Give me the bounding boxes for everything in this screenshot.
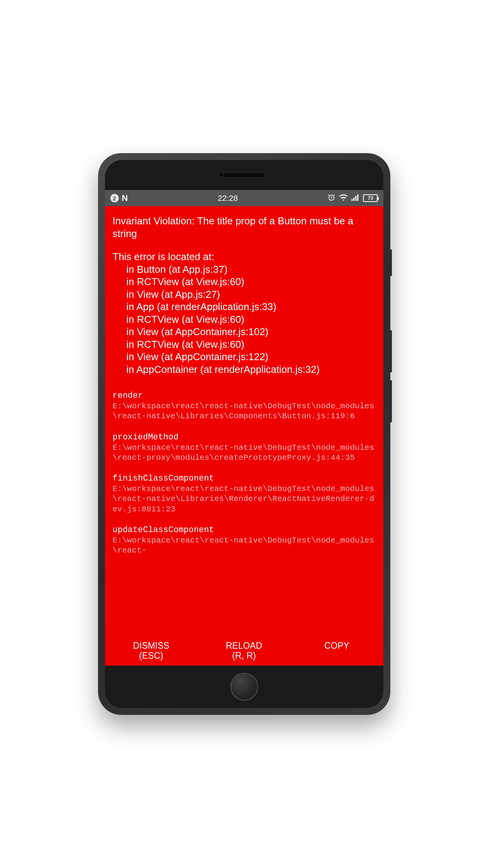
- reload-label: RELOAD: [198, 641, 290, 651]
- stack-frame-function: render: [113, 391, 376, 401]
- wifi-icon: [339, 194, 348, 203]
- copy-button[interactable]: COPY: [290, 641, 383, 661]
- dismiss-button[interactable]: DISMISS (ESC): [105, 641, 198, 661]
- reload-button[interactable]: RELOAD (R, R): [198, 641, 290, 661]
- battery-indicator: 73: [363, 194, 378, 202]
- power-button: [390, 249, 392, 276]
- front-camera: [218, 172, 224, 178]
- signal-icon: [351, 194, 359, 203]
- svg-rect-1: [351, 199, 353, 201]
- component-stack-entry: in Button (at App.js:37): [113, 263, 376, 276]
- stack-frame-path: E:\workspace\react\react-native\DebugTes…: [113, 401, 376, 422]
- component-stack-entry: in RCTView (at View.js:60): [113, 275, 376, 288]
- component-stack-entry: in RCTView (at View.js:60): [113, 338, 376, 351]
- error-message: Invariant Violation: The title prop of a…: [113, 215, 376, 240]
- notification-count-badge: 2: [110, 194, 119, 202]
- volume-down-button: [390, 380, 392, 422]
- stack-frame-path: E:\workspace\react\react-native\DebugTes…: [113, 536, 376, 556]
- component-stack-entry: in View (at AppContainer.js:102): [113, 326, 376, 338]
- android-n-icon: N: [122, 193, 128, 203]
- status-bar-left: 2 N: [110, 193, 128, 203]
- svg-rect-2: [353, 197, 355, 201]
- component-stack-entry: in View (at App.js:27): [113, 288, 376, 301]
- earpiece-speaker: [223, 172, 265, 178]
- stack-frame-function: proxiedMethod: [113, 432, 376, 442]
- error-location-header: This error is located at:: [113, 250, 376, 263]
- error-component-stack: This error is located at: in Button (at …: [113, 250, 376, 376]
- phone-top-bezel: [105, 160, 383, 190]
- phone-device-frame: 2 N 22:28 73: [98, 153, 390, 715]
- phone-inner: 2 N 22:28 73: [105, 160, 383, 708]
- status-bar-clock: 22:28: [218, 194, 238, 203]
- reload-shortcut: (R, R): [198, 651, 290, 661]
- stack-frame-path: E:\workspace\react\react-native\DebugTes…: [113, 443, 376, 463]
- status-bar-right: 73: [328, 194, 378, 203]
- dismiss-shortcut: (ESC): [105, 651, 198, 661]
- component-stack-entry: in AppContainer (at renderApplication.js…: [113, 363, 376, 376]
- svg-rect-4: [357, 194, 358, 201]
- stack-frame[interactable]: renderE:\workspace\react\react-native\De…: [113, 391, 376, 422]
- status-bar: 2 N 22:28 73: [105, 190, 383, 206]
- stack-frame-function: finishClassComponent: [113, 474, 376, 483]
- copy-label: COPY: [290, 641, 383, 651]
- svg-rect-3: [355, 196, 356, 201]
- stack-frame[interactable]: updateClassComponentE:\workspace\react\r…: [113, 525, 376, 556]
- phone-bottom-bezel: [105, 666, 383, 708]
- component-stack-entry: in View (at AppContainer.js:122): [113, 351, 376, 363]
- stack-frame-function: updateClassComponent: [113, 525, 376, 535]
- alarm-icon: [328, 194, 335, 203]
- redbox-error-screen: Invariant Violation: The title prop of a…: [105, 206, 383, 666]
- battery-level: 73: [363, 194, 378, 202]
- component-stack-entry: in App (at renderApplication.js:33): [113, 300, 376, 313]
- volume-up-button: [390, 330, 392, 372]
- stack-frame-path: E:\workspace\react\react-native\DebugTes…: [113, 484, 376, 514]
- error-content[interactable]: Invariant Violation: The title prop of a…: [105, 206, 383, 636]
- component-stack-entry: in RCTView (at View.js:60): [113, 313, 376, 326]
- stack-frame[interactable]: finishClassComponentE:\workspace\react\r…: [113, 474, 376, 514]
- redbox-footer: DISMISS (ESC) RELOAD (R, R) COPY: [105, 636, 383, 666]
- home-button[interactable]: [230, 673, 258, 701]
- phone-screen: 2 N 22:28 73: [105, 190, 383, 666]
- stack-frame[interactable]: proxiedMethodE:\workspace\react\react-na…: [113, 432, 376, 463]
- dismiss-label: DISMISS: [105, 641, 198, 651]
